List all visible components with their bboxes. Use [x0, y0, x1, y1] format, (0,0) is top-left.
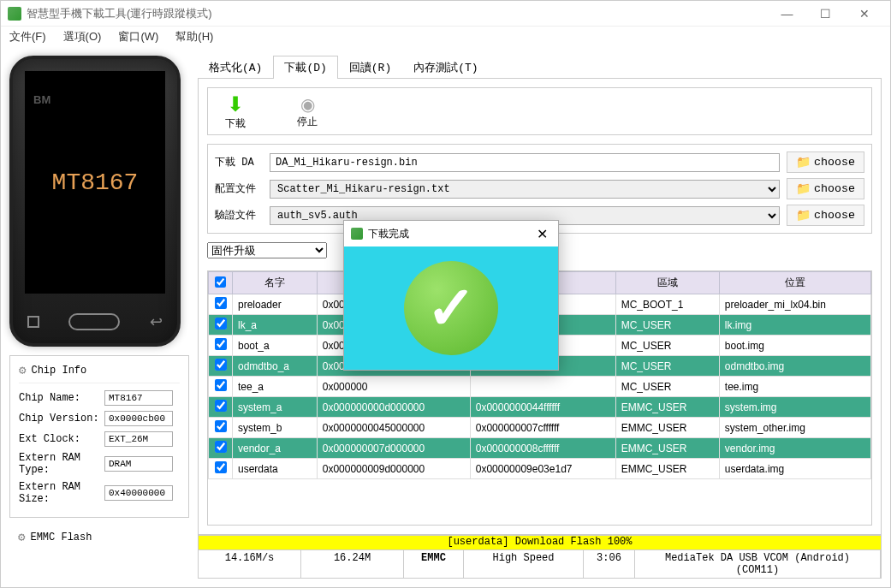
- minimize-button[interactable]: —: [768, 1, 806, 27]
- row-name: system_a: [233, 397, 318, 418]
- tab-bar: 格式化(A) 下載(D) 回讀(R) 內存測試(T): [198, 56, 882, 79]
- back-icon: ↩: [150, 312, 163, 331]
- row-start: 0x000000007d000000: [317, 438, 470, 459]
- row-end: 0x00000009e03e1d7: [470, 459, 615, 479]
- info-total: 16.24M: [301, 550, 404, 578]
- scatter-select[interactable]: Scatter_Mi_Hikaru-resign.txt: [270, 180, 780, 199]
- ram-size-label: Extern RAM Size:: [19, 481, 104, 505]
- emmc-label: EMMC Flash: [30, 532, 92, 543]
- chip-version-label: Chip Version:: [19, 413, 104, 425]
- row-location: tee.img: [719, 377, 870, 397]
- ram-type-label: Extern RAM Type:: [19, 452, 104, 476]
- row-checkbox[interactable]: [215, 318, 227, 330]
- row-checkbox[interactable]: [215, 400, 227, 412]
- da-choose-button[interactable]: 📁choose: [787, 151, 864, 173]
- row-start: 0x0000000045000000: [317, 418, 470, 438]
- menu-file[interactable]: 文件(F): [9, 29, 46, 45]
- col-check[interactable]: [209, 272, 233, 294]
- chip-name-label: Chip Name:: [19, 392, 104, 404]
- chip-name-field[interactable]: [104, 390, 173, 406]
- row-region: MC_USER: [615, 377, 719, 397]
- chip-info-title: Chip Info: [31, 365, 86, 377]
- info-bar: 14.16M/s 16.24M EMMC High Speed 3:06 Med…: [198, 550, 882, 579]
- row-region: MC_USER: [615, 336, 719, 356]
- row-checkbox[interactable]: [215, 461, 227, 473]
- row-start: 0x000000000d000000: [317, 397, 470, 418]
- row-location: system.img: [719, 397, 870, 418]
- info-time: 3:06: [584, 550, 635, 578]
- row-name: system_b: [233, 418, 318, 438]
- folder-icon: 📁: [796, 155, 811, 169]
- row-name: vendor_a: [233, 438, 318, 459]
- row-name: lk_a: [233, 315, 318, 336]
- maximize-button[interactable]: ☐: [806, 1, 845, 27]
- phone-brand: BM: [33, 93, 50, 106]
- checkmark-icon: ✓: [404, 261, 498, 355]
- ram-size-field[interactable]: [104, 485, 173, 501]
- ext-clock-field[interactable]: [104, 431, 173, 447]
- row-end: 0x0000000044ffffff: [470, 397, 615, 418]
- row-end: 0x000000007cffffff: [470, 418, 615, 438]
- tab-memtest[interactable]: 內存測試(T): [402, 56, 489, 79]
- chip-version-field[interactable]: [104, 411, 173, 426]
- gear-icon: ⚙: [18, 530, 25, 544]
- scatter-choose-button[interactable]: 📁choose: [787, 178, 864, 199]
- row-checkbox[interactable]: [215, 441, 227, 453]
- table-row[interactable]: system_a 0x000000000d000000 0x0000000044…: [209, 397, 871, 418]
- tab-download[interactable]: 下載(D): [273, 56, 337, 79]
- da-input[interactable]: [270, 153, 780, 172]
- row-name: tee_a: [233, 377, 318, 397]
- row-region: EMMC_USER: [615, 418, 719, 438]
- row-location: boot.img: [719, 336, 870, 356]
- row-location: odmdtbo.img: [719, 356, 870, 377]
- ram-type-field[interactable]: [104, 456, 173, 472]
- row-location: userdata.img: [719, 459, 870, 479]
- info-mode: High Speed: [464, 550, 584, 578]
- table-row[interactable]: tee_a 0x000000 MC_USER tee.img: [209, 377, 871, 397]
- scatter-label: 配置文件: [215, 181, 263, 196]
- dialog-close-button[interactable]: ✕: [533, 226, 551, 242]
- mode-select[interactable]: 固件升級: [207, 242, 327, 258]
- close-button[interactable]: ✕: [845, 1, 883, 27]
- col-location: 位置: [719, 272, 870, 294]
- row-checkbox[interactable]: [215, 297, 227, 309]
- row-checkbox[interactable]: [215, 359, 227, 371]
- row-checkbox[interactable]: [215, 338, 227, 350]
- download-button[interactable]: ⬇ 下載: [225, 92, 246, 131]
- menubar: 文件(F) 選項(O) 窗口(W) 幫助(H): [1, 27, 890, 47]
- col-name: 名字: [233, 272, 318, 294]
- window-title: 智慧型手機下載工具(運行時跟蹤模式): [27, 6, 768, 21]
- ext-clock-label: Ext Clock:: [19, 433, 104, 445]
- row-end: [470, 377, 615, 397]
- phone-preview: BM MT8167 ↩: [9, 56, 181, 347]
- info-type: EMMC: [404, 550, 464, 578]
- row-location: lk.img: [719, 315, 870, 336]
- row-checkbox[interactable]: [215, 420, 227, 432]
- row-region: EMMC_USER: [615, 438, 719, 459]
- menu-help[interactable]: 幫助(H): [175, 29, 213, 45]
- menu-window[interactable]: 窗口(W): [118, 29, 158, 45]
- tab-readback[interactable]: 回讀(R): [338, 56, 402, 79]
- row-checkbox[interactable]: [215, 379, 227, 391]
- auth-choose-button[interactable]: 📁choose: [787, 205, 864, 226]
- row-end: 0x000000008cffffff: [470, 438, 615, 459]
- row-region: MC_USER: [615, 315, 719, 336]
- tab-format[interactable]: 格式化(A): [198, 56, 273, 79]
- emmc-flash-row[interactable]: ⚙ EMMC Flash: [9, 526, 189, 548]
- row-region: EMMC_USER: [615, 459, 719, 479]
- stop-icon: ◉: [300, 94, 315, 115]
- row-location: vendor.img: [719, 438, 870, 459]
- table-row[interactable]: vendor_a 0x000000007d000000 0x000000008c…: [209, 438, 871, 459]
- titlebar: 智慧型手機下載工具(運行時跟蹤模式) — ☐ ✕: [1, 1, 890, 27]
- menu-options[interactable]: 選項(O): [63, 29, 102, 45]
- dialog-title-text: 下載完成: [368, 227, 528, 241]
- info-port: MediaTek DA USB VCOM (Android) (COM11): [635, 550, 881, 578]
- info-speed: 14.16M/s: [199, 550, 301, 578]
- table-row[interactable]: userdata 0x000000009d000000 0x00000009e0…: [209, 459, 871, 479]
- row-name: boot_a: [233, 336, 318, 356]
- row-region: MC_USER: [615, 356, 719, 377]
- download-arrow-icon: ⬇: [227, 92, 244, 116]
- folder-icon: 📁: [796, 208, 811, 223]
- stop-button[interactable]: ◉ 停止: [297, 94, 318, 129]
- table-row[interactable]: system_b 0x0000000045000000 0x000000007c…: [209, 418, 871, 438]
